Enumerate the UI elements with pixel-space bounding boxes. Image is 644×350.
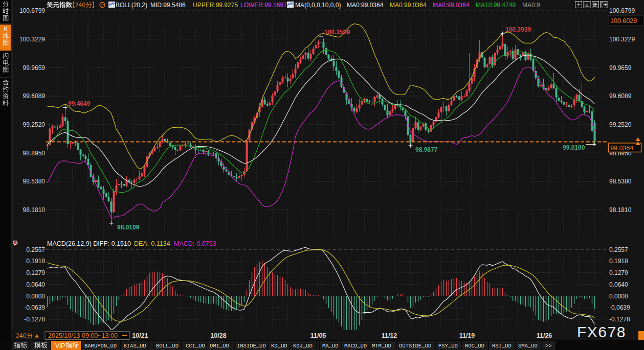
svg-text:0.1279: 0.1279	[609, 269, 628, 276]
svg-text:99.9659: 99.9659	[609, 64, 632, 72]
svg-text:100.3229: 100.3229	[19, 36, 45, 43]
svg-text:98.5380: 98.5380	[609, 178, 632, 185]
svg-text:100.3599: 100.3599	[324, 29, 350, 36]
svg-text:-0.1278: -0.1278	[24, 316, 45, 323]
svg-text:LOWER:99.1697: LOWER:99.1697	[240, 2, 287, 9]
svg-text:DMI_UD: DMI_UD	[210, 343, 229, 349]
svg-text:UPPER:99.9275: UPPER:99.9275	[193, 2, 238, 9]
svg-text:99.4649: 99.4649	[68, 100, 91, 107]
svg-text:CCI_UD: CCI_UD	[186, 343, 205, 349]
svg-text:INSIDE_UD: INSIDE_UD	[237, 343, 266, 349]
svg-text:MA0:9: MA0:9	[522, 2, 540, 9]
svg-text:98.8950: 98.8950	[23, 150, 46, 157]
svg-text:MA0:99.0364: MA0:99.0364	[390, 2, 427, 9]
svg-text:11/05: 11/05	[310, 332, 326, 339]
svg-text:100.3939: 100.3939	[505, 26, 531, 33]
svg-text:11/26: 11/26	[537, 332, 552, 339]
svg-text:0.1918: 0.1918	[609, 258, 628, 265]
svg-text:0.2557: 0.2557	[609, 246, 628, 253]
svg-text:99.0100: 99.0100	[563, 144, 585, 151]
svg-text:PSY_UD: PSY_UD	[438, 343, 458, 349]
svg-text:11/19: 11/19	[459, 332, 475, 339]
svg-text:0.0640: 0.0640	[26, 281, 45, 288]
svg-text:0.0640: 0.0640	[609, 281, 628, 288]
svg-text:DEA:-0.1134: DEA:-0.1134	[134, 240, 170, 247]
svg-text:MA(0,0,0,10,0,0): MA(0,0,0,10,0,0)	[295, 2, 341, 9]
svg-text:0.1918: 0.1918	[26, 258, 45, 265]
svg-text:98.0109: 98.0109	[117, 224, 140, 231]
svg-text:MA0:99.0364: MA0:99.0364	[347, 2, 384, 9]
svg-text:MACD:-0.0753: MACD:-0.0753	[174, 240, 216, 247]
svg-text:99.0364: 99.0364	[610, 145, 633, 152]
svg-text:99.9659: 99.9659	[23, 64, 46, 72]
svg-text:99.2520: 99.2520	[23, 121, 46, 128]
svg-text:99.2520: 99.2520	[609, 121, 632, 128]
svg-text:MID:99.5486: MID:99.5486	[150, 2, 186, 9]
svg-text:98.5380: 98.5380	[23, 178, 46, 185]
svg-text:KD_UD: KD_UD	[271, 343, 287, 349]
svg-text:FX678: FX678	[577, 323, 626, 340]
svg-text:KDJ_UD: KDJ_UD	[293, 343, 313, 349]
svg-text:0.0000: 0.0000	[26, 293, 45, 300]
svg-text:0.1279: 0.1279	[26, 269, 45, 276]
svg-text:OUTSIDE_UD: OUTSIDE_UD	[399, 343, 431, 349]
svg-text:VIP: VIP	[55, 342, 65, 349]
svg-text:BIAS_UD: BIAS_UD	[124, 343, 146, 349]
svg-text:RSI_UD: RSI_UD	[492, 343, 512, 349]
svg-text:BOLL(20,2): BOLL(20,2)	[116, 2, 147, 9]
svg-text:99.6089: 99.6089	[609, 92, 632, 100]
svg-text:98.1810: 98.1810	[609, 206, 632, 214]
svg-text:-0.0639: -0.0639	[609, 304, 630, 311]
svg-text:ROC_UD: ROC_UD	[465, 343, 484, 349]
svg-text:99.6089: 99.6089	[23, 92, 46, 100]
svg-text:100.3229: 100.3229	[609, 36, 635, 43]
svg-text:100.6029: 100.6029	[610, 17, 637, 25]
svg-text:MA_UD: MA_UD	[322, 343, 339, 349]
svg-text:MA0:99.0364: MA0:99.0364	[433, 2, 470, 9]
svg-text:11/12: 11/12	[382, 332, 397, 339]
svg-text:0.2557: 0.2557	[26, 246, 45, 253]
svg-text:BARUPDN_UD: BARUPDN_UD	[84, 343, 117, 349]
svg-text:>>: >>	[545, 343, 552, 349]
svg-text:2025/10/13 09:00~13:00: 2025/10/13 09:00~13:00	[48, 332, 118, 339]
svg-text:MA10:99.4749: MA10:99.4749	[476, 2, 516, 9]
svg-text:10/21: 10/21	[132, 332, 148, 339]
svg-text:BOLL_UD: BOLL_UD	[156, 343, 179, 349]
svg-text:10/28: 10/28	[210, 332, 226, 339]
svg-text:98.9877: 98.9877	[415, 146, 438, 153]
svg-text:MACD(26,12,9) DIFF:-0.1510: MACD(26,12,9) DIFF:-0.1510	[47, 240, 131, 247]
svg-text:98.1810: 98.1810	[23, 206, 46, 214]
svg-text:MACD_UD: MACD_UD	[344, 343, 367, 349]
svg-text:-0.0639: -0.0639	[24, 304, 45, 311]
svg-text:MTM_UD: MTM_UD	[372, 343, 391, 349]
svg-text:SMA_UD: SMA_UD	[518, 343, 538, 349]
svg-text:0.0000: 0.0000	[609, 293, 628, 300]
